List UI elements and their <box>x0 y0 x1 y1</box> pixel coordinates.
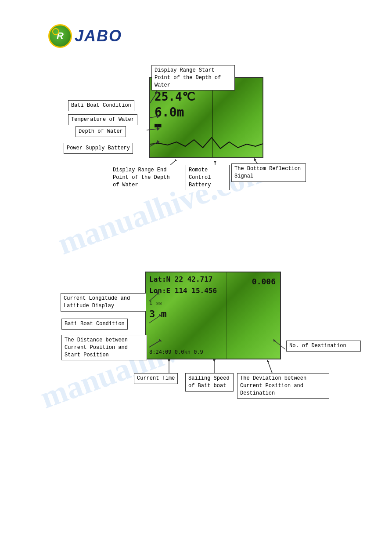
label-current-time: Current Time <box>134 373 178 384</box>
label-power-supply-battery: Power Supply Battery <box>64 143 133 154</box>
screen2-bottom-row: 8:24:09 0.0kn 0.9 <box>149 349 203 355</box>
screen2-vertical-divider <box>227 272 227 359</box>
svg-line-27 <box>268 361 272 373</box>
logo-area: JABO <box>48 24 122 48</box>
label-sailing-speed: Sailing Speed of Bait boat <box>185 373 234 392</box>
label-bati-boat-condition-2: Bati Boat Condition <box>61 319 128 330</box>
label-bottom-reflection: The Bottom Reflection Signal <box>231 163 306 182</box>
screen-display-2: Lat:N 22 42.717 Lon:E 114 15.456 i ☒☒ 3 … <box>145 272 281 359</box>
label-depth-of-water: Depth of Water <box>76 126 126 137</box>
screen2-status: i ☒☒ <box>149 300 162 306</box>
label-deviation: The Deviation between Current Position a… <box>237 373 329 399</box>
svg-marker-26 <box>213 359 216 362</box>
svg-marker-12 <box>214 161 216 163</box>
screen2-content: Lat:N 22 42.717 Lon:E 114 15.456 i ☒☒ 3 … <box>146 272 280 359</box>
svg-marker-10 <box>175 159 177 161</box>
label-display-range-end: Display Range End Point of the Depth of … <box>110 165 182 190</box>
logo-icon <box>48 24 72 48</box>
logo-brand-text: JABO <box>75 27 122 45</box>
logo-inner-circle <box>52 28 59 35</box>
label-distance-between: The Distance between Current Position an… <box>61 335 147 360</box>
screen2-latitude: Lat:N 22 42.717 <box>149 275 213 283</box>
label-bati-boat-condition-1: Bati Boat Condition <box>68 100 134 111</box>
screen1-temperature: 25.4℃ <box>155 90 195 103</box>
label-display-range-start: Display Range Start Point of the Depth o… <box>151 65 235 91</box>
svg-marker-24 <box>168 359 170 362</box>
screen2-no-destination: 0.006 <box>252 277 276 286</box>
label-no-of-destination: No. of Destination <box>286 341 361 352</box>
screen1-depth: 6.0m <box>155 105 184 120</box>
screen1-sonar-graph <box>150 131 263 153</box>
label-remote-control-battery: Romote Control Battery <box>186 165 230 190</box>
screen1-battery: ■■ <box>155 122 162 128</box>
screen2-distance: 3 m <box>149 308 167 319</box>
svg-marker-14 <box>254 158 256 161</box>
svg-marker-28 <box>267 359 270 362</box>
label-temperature-of-water: Temperature of Water <box>68 114 137 125</box>
label-current-lat-lon: Current Longitude and Latitude Display <box>61 293 146 312</box>
screen2-longitude: Lon:E 114 15.456 <box>149 287 217 295</box>
